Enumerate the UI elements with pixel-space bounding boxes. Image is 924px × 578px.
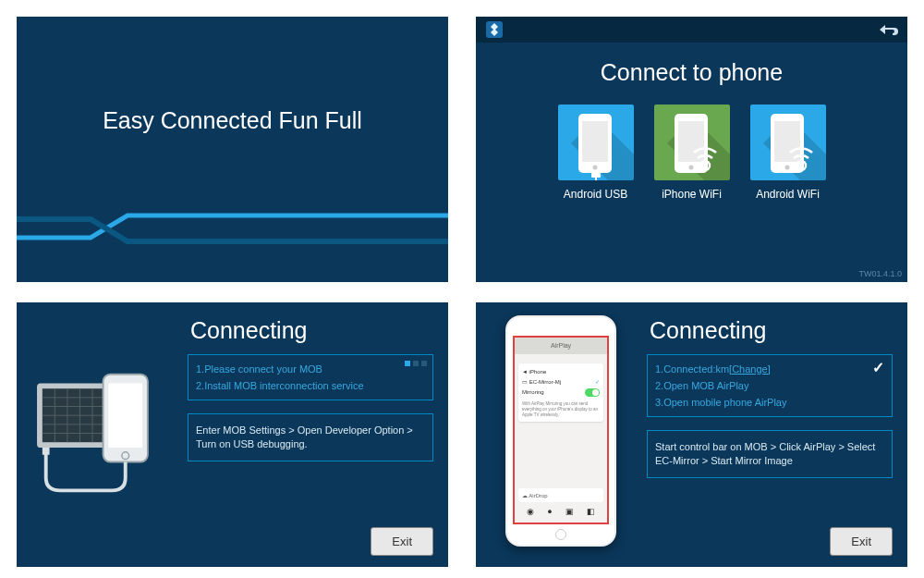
connect-options: Android USBiPhone WiFiAndroid WiFi: [476, 105, 907, 201]
svg-point-4: [592, 166, 597, 170]
svg-point-9: [688, 166, 693, 170]
svg-rect-29: [108, 383, 142, 448]
exit-button-2[interactable]: Exit: [830, 527, 893, 556]
control-icons: ◉●▣◧: [520, 504, 602, 519]
topbar: [476, 17, 907, 43]
svg-rect-5: [591, 173, 601, 178]
splash-decoration: [17, 199, 448, 282]
home-button-icon: [555, 529, 566, 540]
steps-box-2: ✓ 1.Connected:km[Change] 2.Open MOB AirP…: [647, 354, 893, 417]
instruction-box-2: Start control bar on MOB > Click AirPlay…: [647, 430, 893, 478]
steps-box: 1.Please connect your MOB 2.Install MOB …: [188, 354, 433, 400]
connecting-wifi-panel: AirPlay ◄ iPhone ▭ EC-Mirror-Mj✓ Mirrori…: [476, 302, 907, 568]
airplay-mirror-row: EC-Mirror-Mj: [529, 379, 561, 385]
check-icon: ✓: [872, 359, 884, 376]
option-android-usb[interactable]: Android USB: [558, 105, 634, 201]
device-usb-illustration: [33, 367, 176, 501]
splash-title: Easy Connected Fun Full: [17, 107, 448, 134]
step-2: 2.Install MOB interconnection service: [196, 377, 425, 394]
airplay-iphone-row: iPhone: [529, 369, 547, 375]
change-link[interactable]: [Change]: [729, 363, 771, 375]
version-text: TW01.4.1.0: [858, 269, 902, 278]
splash-panel: Easy Connected Fun Full: [17, 17, 448, 282]
svg-rect-3: [582, 121, 608, 162]
airdrop-row: AirDrop: [529, 493, 547, 498]
airplay-mirroring-row: Mirroring: [522, 389, 544, 395]
svg-rect-31: [43, 448, 50, 455]
instruction-box: Enter MOB Settings > Open Developer Opti…: [188, 413, 433, 461]
connecting-title-2: Connecting: [650, 317, 766, 344]
option-android-wifi[interactable]: Android WiFi: [750, 105, 826, 201]
connecting-title: Connecting: [190, 317, 307, 344]
phone-airplay-illustration: AirPlay ◄ iPhone ▭ EC-Mirror-Mj✓ Mirrori…: [492, 315, 631, 562]
airplay-note: With AirPlay Mirroring you can send ever…: [522, 401, 600, 418]
airplay-header: AirPlay: [515, 338, 607, 354]
exit-button[interactable]: Exit: [371, 527, 433, 556]
option-iphone-wifi[interactable]: iPhone WiFi: [654, 105, 730, 201]
app-icon: [485, 20, 504, 39]
back-icon[interactable]: [874, 22, 898, 37]
connect-panel: Connect to phone Android USBiPhone WiFiA…: [476, 17, 907, 282]
option-label: iPhone WiFi: [654, 188, 730, 201]
mirroring-toggle-icon: [585, 388, 600, 397]
step-open-mob: 2.Open MOB AirPlay: [655, 377, 884, 394]
option-label: Android WiFi: [750, 188, 826, 201]
step-connected: 1.Connected:km[Change]: [655, 361, 884, 377]
step-open-phone: 3.Open mobile phone AirPlay: [655, 394, 884, 411]
progress-dots: [405, 361, 427, 366]
connecting-usb-panel: Connecting 1.Please connect your MOB 2.I…: [17, 302, 448, 568]
svg-point-14: [784, 166, 789, 170]
connect-title: Connect to phone: [476, 59, 907, 86]
step-1: 1.Please connect your MOB: [196, 361, 425, 377]
option-label: Android USB: [558, 188, 634, 201]
